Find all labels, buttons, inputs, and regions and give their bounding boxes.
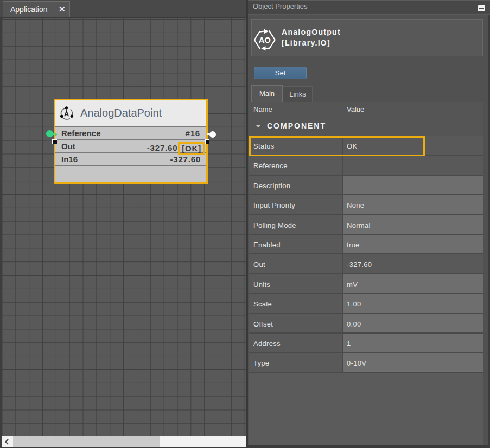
svg-text:AO: AO <box>259 35 271 44</box>
